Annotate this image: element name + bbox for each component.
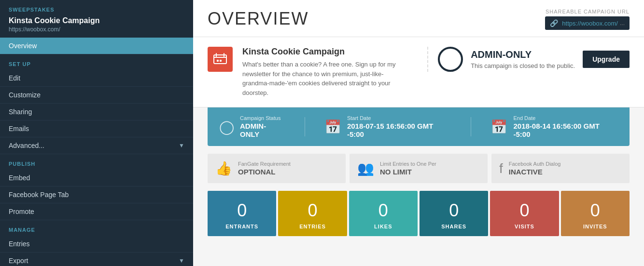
campaign-desc-text: What's better than a cookie? A free one.… <box>242 60 406 97</box>
main-header: OVERVIEW SHAREABLE CAMPAIGN URL 🔗 https:… <box>193 0 644 37</box>
sidebar-item-emails[interactable]: Emails <box>0 120 193 137</box>
count-box-entries: 0 ENTRIES <box>278 191 347 236</box>
sidebar-setup-label: SET UP <box>0 54 193 70</box>
sidebar-item-edit[interactable]: Edit <box>0 70 193 87</box>
link-icon: 🔗 <box>550 19 558 27</box>
campaign-icon-box <box>208 47 233 72</box>
campaign-desc-title: Kinsta Cookie Campaign <box>242 47 418 57</box>
count-boxes: 0 ENTRANTS 0 ENTRIES 0 LIKES 0 SHARES 0 … <box>208 191 630 236</box>
start-date-item: 📅 Start Date 2018-07-15 16:56:00 GMT -5:… <box>324 115 452 138</box>
feature-boxes: 👍 FanGate Requirement OPTIONAL 👥 Limit E… <box>208 154 630 183</box>
count-box-likes: 0 LIKES <box>349 191 418 236</box>
people-icon: 👥 <box>357 160 374 176</box>
stats-divider-2 <box>471 117 471 136</box>
campaign-icon <box>213 52 227 66</box>
shareable-url-text: https://woobox.com/ <box>562 20 618 27</box>
page-title: OVERVIEW <box>208 9 308 29</box>
sidebar-item-facebook-page-tab[interactable]: Facebook Page Tab <box>0 186 193 203</box>
sidebar-item-entries[interactable]: Entries <box>0 236 193 253</box>
stats-bar: ◯ Campaign Status ADMIN-ONLY 📅 Start Dat… <box>208 107 630 146</box>
export-arrow-icon: ▼ <box>179 257 184 264</box>
shareable-url-section: SHAREABLE CAMPAIGN URL 🔗 https://woobox.… <box>545 9 630 30</box>
sidebar-item-advanced[interactable]: Advanced... ▼ <box>0 137 193 154</box>
fb-auth-box: f Facebook Auth Dialog INACTIVE <box>491 154 630 183</box>
sidebar-item-sharing[interactable]: Sharing <box>0 104 193 120</box>
status-text-box: ADMIN-ONLY This campaign is closed to th… <box>471 49 575 69</box>
thumbs-up-icon: 👍 <box>215 160 232 176</box>
end-date-item: 📅 End Date 2018-08-14 16:56:00 GMT -5:00 <box>490 115 618 138</box>
status-circle <box>438 47 463 72</box>
status-title: ADMIN-ONLY <box>471 49 575 60</box>
sidebar-sweepstakes-label: SWEEPSTAKES <box>0 0 193 14</box>
start-date-icon: 📅 <box>324 119 341 135</box>
sidebar-manage-label: MANAGE <box>0 220 193 236</box>
limit-box: 👥 Limit Entries to One Per NO LIMIT <box>350 154 488 183</box>
count-box-invites: 0 INVITES <box>561 191 630 236</box>
campaign-info-section: Kinsta Cookie Campaign What's better tha… <box>193 37 644 107</box>
end-date-icon: 📅 <box>490 119 507 135</box>
sidebar-item-embed[interactable]: Embed <box>0 170 193 186</box>
count-box-entrants: 0 ENTRANTS <box>208 191 276 236</box>
sidebar: SWEEPSTAKES Kinsta Cookie Campaign https… <box>0 0 193 266</box>
sidebar-campaign-name: Kinsta Cookie Campaign <box>0 14 193 26</box>
end-date-text: End Date 2018-08-14 16:56:00 GMT -5:00 <box>513 115 618 138</box>
campaign-status-right: ADMIN-ONLY This campaign is closed to th… <box>427 47 630 72</box>
shareable-url-label: SHAREABLE CAMPAIGN URL <box>545 9 630 14</box>
fb-auth-text: Facebook Auth Dialog INACTIVE <box>509 161 561 176</box>
start-date-text: Start Date 2018-07-15 16:56:00 GMT -5:00 <box>347 115 452 138</box>
sidebar-item-export[interactable]: Export ▼ <box>0 253 193 266</box>
svg-rect-4 <box>217 60 219 62</box>
count-box-visits: 0 VISITS <box>490 191 559 236</box>
main-content: OVERVIEW SHAREABLE CAMPAIGN URL 🔗 https:… <box>193 0 644 266</box>
svg-rect-0 <box>214 55 226 64</box>
campaign-description: Kinsta Cookie Campaign What's better tha… <box>242 47 418 97</box>
sidebar-item-promote[interactable]: Promote <box>0 203 193 220</box>
campaign-status-item: ◯ Campaign Status ADMIN-ONLY <box>219 115 285 138</box>
sidebar-item-customize[interactable]: Customize <box>0 87 193 104</box>
campaign-status-text: Campaign Status ADMIN-ONLY <box>240 115 285 138</box>
fangate-box: 👍 FanGate Requirement OPTIONAL <box>208 154 346 183</box>
sidebar-campaign-url: https://woobox.com/ <box>0 26 193 38</box>
status-desc: This campaign is closed to the public. <box>471 62 575 69</box>
status-icon: ◯ <box>219 119 234 135</box>
sidebar-publish-label: PUBLISH <box>0 154 193 170</box>
upgrade-button[interactable]: Upgrade <box>583 51 630 68</box>
url-dots: ... <box>620 20 625 27</box>
advanced-arrow-icon: ▼ <box>179 142 184 149</box>
svg-rect-5 <box>220 60 222 62</box>
shareable-url-box[interactable]: 🔗 https://woobox.com/ ... <box>545 16 630 30</box>
count-box-shares: 0 SHARES <box>420 191 488 236</box>
fangate-text: FanGate Requirement OPTIONAL <box>238 161 291 176</box>
facebook-icon: f <box>499 161 503 176</box>
limit-text: Limit Entries to One Per NO LIMIT <box>380 161 436 176</box>
sidebar-item-overview[interactable]: Overview <box>0 38 193 54</box>
stats-divider-1 <box>305 117 305 136</box>
